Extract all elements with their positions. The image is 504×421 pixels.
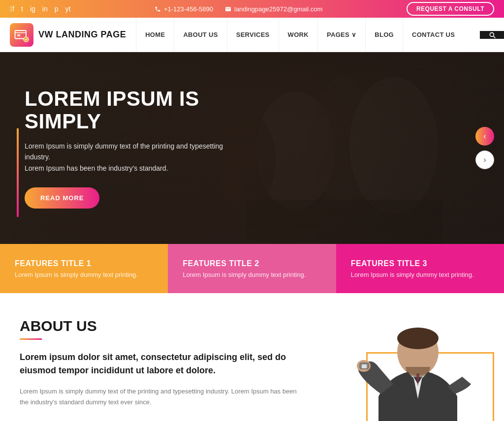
pinterest-icon[interactable]: p (55, 5, 59, 13)
about-underline (20, 338, 42, 340)
hero-subtitle: Lorem Ipsum is simply dummy text of the … (25, 141, 241, 174)
logo-text: VW LANDING PAGE (38, 30, 126, 40)
feature-title-1: FEATURES TITLE 1 (15, 259, 153, 268)
nav-work[interactable]: WORK (279, 18, 317, 52)
search-button[interactable] (479, 31, 504, 39)
nav-about[interactable]: ABOUT US (174, 18, 226, 52)
about-bold-text: Lorem ipsum dolor sit amet, consectetur … (20, 351, 305, 377)
about-person-svg (349, 308, 487, 421)
slider-prev-button[interactable]: ‹ (475, 127, 494, 146)
feature-item-3: FEATURES TITLE 3 Lorem Ipsum is simply d… (336, 244, 504, 293)
hero-content: LOREM IPSUM IS SIMPLY Lorem Ipsum is sim… (0, 68, 276, 229)
search-icon (488, 31, 496, 39)
nav-services[interactable]: SERVICES (227, 18, 279, 52)
svg-rect-2 (17, 34, 20, 36)
nav-links: HOME ABOUT US SERVICES WORK PAGES ∨ BLOG… (136, 18, 479, 52)
feature-desc-3: Lorem Ipsum is simply dummy text printin… (351, 271, 489, 278)
social-links: f t ig in p yt (10, 5, 70, 13)
logo-area: VW LANDING PAGE (0, 23, 136, 47)
contact-info: +1-123-456-5890 landingpage25972@gmail.c… (155, 5, 323, 13)
email-info: landingpage25972@gmail.com (225, 5, 322, 13)
instagram-icon[interactable]: ig (30, 5, 35, 13)
svg-point-12 (397, 328, 439, 349)
hero-section: LOREM IPSUM IS SIMPLY Lorem Ipsum is sim… (0, 52, 504, 244)
about-person-image (346, 308, 489, 421)
slider-next-button[interactable]: › (475, 150, 494, 169)
consult-area: REQUEST A CONSULT (407, 2, 494, 16)
linkedin-icon[interactable]: in (42, 5, 48, 13)
logo-icon (10, 23, 33, 47)
svg-rect-15 (362, 364, 367, 368)
top-bar: f t ig in p yt +1-123-456-5890 landingp… (0, 0, 504, 18)
feature-desc-2: Lorem Ipsum is simply dummy text printin… (183, 271, 321, 278)
feature-title-2: FEATURES TITLE 2 (183, 259, 321, 268)
about-light-text: Lorem Ipsum is simply dummy text of the … (20, 386, 305, 408)
nav-blog[interactable]: BLOG (365, 18, 403, 52)
feature-item-2: FEATURES TITLE 2 Lorem Ipsum is simply d… (168, 244, 336, 293)
features-bar: FEATURES TITLE 1 Lorem Ipsum is simply d… (0, 244, 504, 293)
request-consult-button[interactable]: REQUEST A CONSULT (407, 2, 494, 16)
hero-cta-button[interactable]: READ MORE (25, 187, 99, 209)
navbar: VW LANDING PAGE HOME ABOUT US SERVICES W… (0, 18, 504, 52)
slider-controls: ‹ › (475, 127, 494, 169)
email-icon (225, 6, 231, 12)
about-image-area (337, 308, 494, 421)
feature-title-3: FEATURES TITLE 3 (351, 259, 489, 268)
about-title: ABOUT US (20, 318, 305, 334)
about-content: ABOUT US Lorem ipsum dolor sit amet, con… (20, 318, 305, 421)
nav-contact[interactable]: CONTACT US (403, 18, 464, 52)
phone-icon (155, 6, 161, 12)
nav-pages[interactable]: PAGES ∨ (317, 18, 365, 52)
hero-title: LOREM IPSUM IS SIMPLY (25, 88, 251, 133)
feature-desc-1: Lorem Ipsum is simply dummy text printin… (15, 271, 153, 278)
youtube-icon[interactable]: yt (65, 5, 71, 13)
facebook-icon[interactable]: f (10, 5, 14, 13)
about-section: ABOUT US Lorem ipsum dolor sit amet, con… (0, 293, 504, 421)
nav-home[interactable]: HOME (136, 18, 174, 52)
logo-svg (14, 28, 29, 42)
feature-item-1: FEATURES TITLE 1 Lorem Ipsum is simply d… (0, 244, 168, 293)
twitter-icon[interactable]: t (21, 5, 23, 13)
phone-info: +1-123-456-5890 (155, 5, 213, 13)
